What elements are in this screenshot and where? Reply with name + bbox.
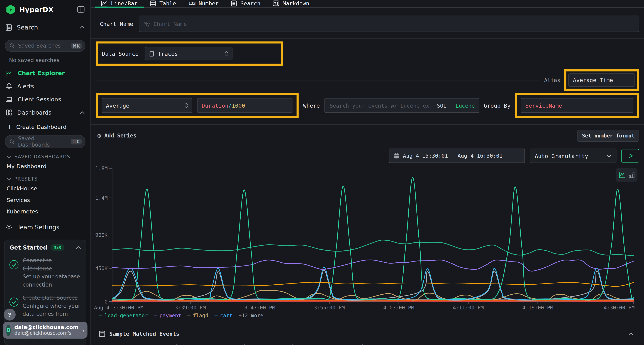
get-started-item[interactable]: Connect to ClickHouse Set up your databa… (10, 256, 81, 288)
column-header-service[interactable]: service (182, 344, 244, 345)
get-started-item[interactable]: Create Data Sources Configure where your… (10, 294, 81, 318)
svg-text:3:47:00 PM: 3:47:00 PM (244, 305, 275, 311)
add-series-button[interactable]: ⊕ Add Series (97, 132, 136, 139)
language-toggle[interactable]: SQL|Lucene (437, 102, 475, 108)
formula-input[interactable]: Duration/1000 (197, 98, 292, 113)
get-started-title: Get Started (10, 244, 47, 251)
alias-label: Alias (544, 77, 560, 83)
tab-table[interactable]: Table (144, 0, 182, 8)
dashboards-icon (6, 109, 12, 116)
list-icon (99, 331, 105, 337)
wrap-lines-icon[interactable] (615, 344, 622, 345)
sql-option[interactable]: SQL (437, 102, 446, 108)
column-header-timestamp[interactable]: Timestamp (Local) (107, 344, 176, 345)
column-separator[interactable] (176, 344, 176, 345)
group-by-input[interactable] (521, 98, 633, 113)
aggregation-select[interactable]: Average (102, 98, 192, 113)
plus-circle-icon: ⊕ (97, 132, 101, 139)
time-range-input[interactable]: Aug 4 15:30:01 - Aug 4 16:30:01 (389, 149, 525, 163)
sidebar-item-chart-explorer[interactable]: Chart Explorer (0, 66, 90, 79)
sidebar-item-label: Dashboards (17, 109, 51, 116)
preset-item-services[interactable]: Services (0, 194, 90, 206)
legend-item[interactable]: —load-generator (99, 312, 148, 318)
search-section-icon (6, 24, 13, 31)
svg-text:1.4M: 1.4M (95, 195, 108, 201)
column-header-duration[interactable]: duration (298, 344, 362, 345)
sample-events-header[interactable]: Sample Matched Events (96, 330, 639, 337)
number-icon: 123 (188, 0, 195, 6)
preset-item-kubernetes[interactable]: Kubernetes (0, 206, 90, 217)
tab-search[interactable]: Search (225, 0, 267, 8)
where-input[interactable] (329, 102, 437, 109)
run-query-button[interactable] (622, 149, 639, 162)
alias-input[interactable] (568, 73, 635, 86)
user-menu[interactable]: D dale@clickhouse.com dale@clickhouse.co… (3, 322, 88, 339)
plus-icon: + (7, 123, 12, 130)
chevron-up-icon (80, 111, 84, 114)
chart-name-input[interactable] (139, 15, 639, 32)
data-source-select[interactable]: Traces (145, 47, 232, 60)
get-started-item-subtitle: Set up your database connection (22, 273, 80, 288)
legend-item[interactable]: —payment (154, 312, 181, 318)
series-config-highlight: Average Duration/1000 (96, 93, 298, 118)
search-section-label: Search (17, 24, 38, 31)
help-button[interactable]: ? (4, 309, 16, 321)
markdown-icon (273, 0, 280, 6)
search-list-icon (231, 0, 237, 6)
timeseries-chart[interactable]: 0450K900K1.4M1.8MAug 4 3:30:00 PM3:39:00… (94, 165, 638, 311)
team-settings-button[interactable]: Team Settings (0, 217, 90, 233)
sidebar-item-client-sessions[interactable]: Client Sessions (0, 93, 90, 106)
formula-operator: / (228, 102, 232, 109)
legend-item[interactable]: —flagd (187, 312, 208, 318)
get-started-item-title: Connect to ClickHouse (22, 257, 52, 272)
tab-number[interactable]: 123 Number (182, 0, 225, 8)
lucene-option[interactable]: Lucene (456, 102, 475, 108)
sidebar-header: ⚡ HyperDX (0, 0, 90, 19)
sidebar-item-label: Client Sessions (18, 96, 61, 103)
legend-item[interactable]: —cart (214, 312, 232, 318)
where-label: Where (303, 102, 320, 109)
set-number-format-button[interactable]: Set number format (578, 130, 639, 142)
tab-line-bar[interactable]: Line/Bar (95, 0, 144, 8)
bar-view-icon[interactable] (628, 172, 634, 178)
sidebar-item-dashboards[interactable]: Dashboards (0, 106, 90, 119)
chevron-down-icon (606, 154, 612, 157)
legend-swatch: — (187, 312, 190, 318)
column-header-level[interactable]: level (250, 344, 292, 345)
collapse-sidebar-icon[interactable] (77, 6, 84, 13)
column-separator[interactable] (362, 344, 362, 345)
sidebar-divider (0, 36, 90, 36)
chevron-up-icon[interactable] (76, 246, 81, 249)
line-view-icon[interactable] (619, 172, 626, 178)
tab-markdown[interactable]: Markdown (266, 0, 316, 8)
legend-more-link[interactable]: +12 more (239, 312, 263, 318)
column-header-spanname[interactable]: SpanName (368, 344, 615, 345)
sample-events-title: Sample Matched Events (109, 330, 180, 337)
dashboard-item-my-dashboard[interactable]: My Dashboard (0, 161, 90, 172)
column-separator[interactable] (244, 344, 245, 345)
granularity-select[interactable]: Auto Granularity (530, 149, 616, 163)
create-dashboard-label: Create Dashboard (16, 123, 66, 130)
saved-searches-input[interactable]: Saved Searches ⌘K (5, 40, 86, 52)
download-icon[interactable] (627, 344, 634, 345)
group-by-highlight (515, 93, 639, 118)
chevron-up-icon (80, 26, 84, 29)
where-input-wrap: SQL|Lucene (324, 98, 479, 113)
svg-text:4:30:00 PM: 4:30:00 PM (604, 305, 634, 311)
gear-icon (6, 224, 12, 231)
svg-text:1.8M: 1.8M (95, 165, 108, 171)
user-email: dale@clickhouse.com (14, 324, 78, 331)
group-saved-dashboards[interactable]: SAVED DASHBOARDS (0, 150, 90, 161)
sidebar-section-search[interactable]: Search (0, 19, 90, 36)
chevron-down-icon (6, 178, 11, 180)
team-settings-label: Team Settings (17, 224, 59, 231)
chevron-up-icon[interactable] (628, 332, 634, 335)
database-icon (149, 50, 154, 56)
group-presets[interactable]: PRESETS (0, 172, 90, 183)
sidebar-item-alerts[interactable]: Alerts (0, 80, 90, 93)
updown-chevrons-icon (225, 51, 228, 56)
create-dashboard-button[interactable]: + Create Dashboard (0, 119, 90, 131)
saved-dashboards-input[interactable]: Saved Dashboards ⌘K (5, 135, 86, 148)
column-separator[interactable] (292, 344, 293, 345)
preset-item-clickhouse[interactable]: ClickHouse (0, 183, 90, 194)
